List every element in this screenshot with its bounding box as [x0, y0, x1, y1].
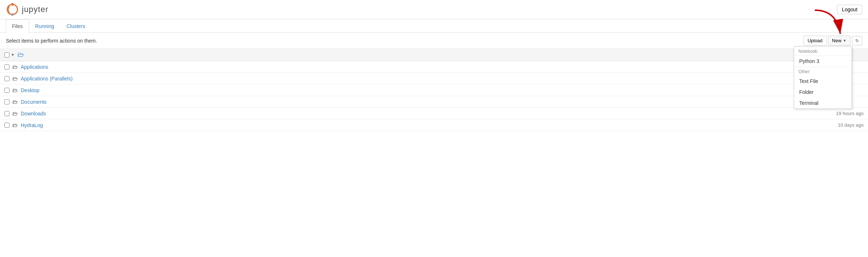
dropdown-python3[interactable]: Python 3	[794, 56, 852, 67]
svg-point-2	[11, 13, 14, 16]
file-row: 🗁 Desktop	[0, 84, 868, 96]
file-checkbox[interactable]	[4, 111, 9, 116]
folder-icon: 🗁	[12, 110, 18, 116]
file-time: 10 days ago	[838, 122, 864, 128]
logout-button[interactable]: Logout	[837, 5, 862, 14]
file-row: 🗁 Documents	[0, 96, 868, 108]
dropdown-text-file[interactable]: Text File	[794, 76, 852, 87]
folder-icon: 🗁	[12, 64, 18, 70]
select-instructions: Select items to perform actions on them.	[6, 38, 97, 44]
refresh-button[interactable]: ↻	[852, 36, 862, 46]
dropdown-notebook-label: Notebook:	[794, 47, 852, 56]
file-name-link[interactable]: Applications (Parallels)	[21, 76, 861, 82]
new-dropdown-arrow-icon: ▼	[843, 39, 847, 43]
file-name-link[interactable]: Desktop	[21, 87, 861, 93]
dropdown-other-label: Other:	[794, 67, 852, 76]
app-title: jupyter	[22, 5, 48, 14]
file-list-header: ▼ 🗁	[0, 49, 868, 61]
upload-button[interactable]: Upload	[804, 36, 826, 46]
file-checkbox[interactable]	[4, 123, 9, 128]
file-name-link[interactable]: HydraLog	[21, 122, 835, 128]
new-dropdown-menu: Notebook: Python 3 Other: Text File Fold…	[794, 46, 852, 109]
file-name-link[interactable]: Documents	[21, 99, 861, 105]
file-name-link[interactable]: Downloads	[21, 111, 833, 116]
file-row: 🗁 HydraLog 10 days ago	[0, 119, 868, 131]
file-row: 🗁 Applications (Parallels)	[0, 73, 868, 84]
svg-point-0	[7, 4, 17, 15]
file-checkbox[interactable]	[4, 99, 9, 104]
logo: jupyter	[6, 3, 48, 16]
header: jupyter Logout	[0, 0, 868, 19]
folder-icon: 🗁	[12, 99, 18, 105]
file-row: 🗁 Applications	[0, 61, 868, 73]
file-row: 🗁 Downloads 19 hours ago	[0, 108, 868, 119]
svg-point-1	[11, 3, 14, 6]
new-button[interactable]: New ▼	[828, 36, 851, 46]
tabs-bar: Files Running Clusters	[0, 19, 868, 33]
toolbar-actions: Upload New ▼ ↻ Notebook: Python 3 Other:…	[804, 36, 862, 46]
folder-icon: 🗁	[12, 122, 18, 128]
tab-files[interactable]: Files	[6, 19, 29, 33]
dropdown-folder[interactable]: Folder	[794, 87, 852, 98]
file-checkbox[interactable]	[4, 76, 9, 81]
file-checkbox[interactable]	[4, 64, 9, 70]
folder-icon: 🗁	[12, 87, 18, 93]
new-button-label: New	[832, 38, 841, 43]
folder-icon: 🗁	[12, 75, 18, 82]
file-time: 19 hours ago	[836, 111, 864, 116]
select-all-checkbox[interactable]	[4, 52, 9, 58]
toolbar: Select items to perform actions on them.…	[0, 33, 868, 49]
jupyter-logo-icon	[6, 3, 19, 16]
select-all-area[interactable]: ▼	[4, 52, 15, 58]
new-folder-icon[interactable]: 🗁	[17, 51, 24, 59]
file-list: 🗁 Applications 🗁 Applications (Parallels…	[0, 61, 868, 131]
tab-running[interactable]: Running	[29, 19, 60, 33]
file-name-link[interactable]: Applications	[21, 64, 861, 70]
dropdown-terminal[interactable]: Terminal	[794, 98, 852, 108]
select-dropdown-icon[interactable]: ▼	[11, 53, 15, 57]
file-checkbox[interactable]	[4, 88, 9, 93]
tab-clusters[interactable]: Clusters	[60, 19, 91, 33]
